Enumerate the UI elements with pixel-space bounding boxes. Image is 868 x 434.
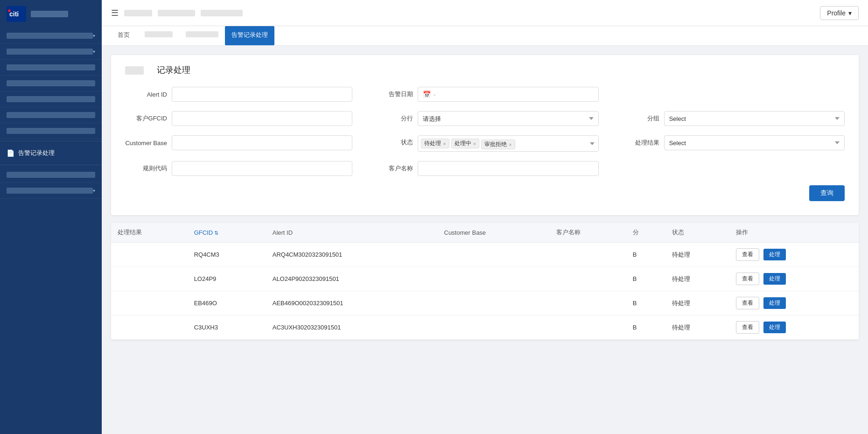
topbar-right: Profile ▾	[820, 6, 859, 20]
group-label: 分组	[617, 114, 659, 123]
cell-status: 待处理	[665, 267, 729, 291]
sidebar-label-blurred	[7, 49, 93, 55]
customer-name-input[interactable]	[418, 161, 598, 176]
breadcrumb: 首页 告警记录处理	[102, 26, 868, 46]
cell-action: 查看 处理	[729, 267, 859, 291]
alert-date-input[interactable]: 📅 -	[418, 87, 598, 102]
breadcrumb-blurred-2	[186, 31, 218, 37]
col-gfcid[interactable]: GFCID	[188, 223, 266, 243]
cell-gfcid: RQ4CM3	[188, 243, 266, 267]
hamburger-icon[interactable]: ☰	[111, 8, 119, 18]
topbar-nav-blurred-2	[158, 10, 195, 16]
gfcid-input[interactable]	[172, 111, 352, 126]
cell-branch: B	[626, 243, 665, 267]
main-area: ☰ Profile ▾ 首页 告警记录处理 告	[102, 0, 868, 434]
cell-process-result	[111, 315, 188, 340]
alert-id-label: Alert ID	[125, 91, 167, 98]
sidebar-item-3[interactable]	[0, 60, 102, 76]
sidebar-item-9[interactable]: ▾	[0, 183, 102, 199]
tag-pending-close[interactable]: ×	[443, 141, 446, 147]
sidebar-item-4[interactable]	[0, 76, 102, 91]
breadcrumb-current[interactable]: 告警记录处理	[225, 26, 274, 45]
cell-gfcid: C3UXH3	[188, 315, 266, 340]
process-result-select[interactable]: Select	[664, 135, 845, 150]
cell-customer-base	[438, 267, 550, 291]
sidebar-label-blurred	[7, 96, 95, 102]
form-group-branch: 分行 请选择	[371, 111, 598, 126]
cell-alert-id: AEB469O0020323091501	[266, 291, 438, 315]
sidebar-label-blurred	[7, 80, 95, 86]
tag-rejected-close[interactable]: ×	[509, 142, 511, 147]
cell-gfcid: EB469O	[188, 291, 266, 315]
cell-customer-name	[550, 243, 626, 267]
process-button-row2[interactable]: 处理	[763, 297, 786, 309]
alert-date-label: 告警日期	[371, 90, 413, 98]
col-status: 状态	[665, 223, 729, 243]
breadcrumb-3[interactable]	[179, 27, 225, 45]
group-select[interactable]: Select	[664, 111, 845, 126]
topbar-nav-blurred-3	[201, 10, 243, 16]
chevron-icon: ▾	[93, 49, 95, 54]
branch-select[interactable]: 请选择	[418, 111, 598, 126]
form-row-3: Customer Base 状态 待处理 × 处理中 ×	[125, 135, 845, 152]
status-select[interactable]: 待处理 × 处理中 × 审批拒绝 ×	[418, 135, 598, 152]
tag-processing-label: 处理中	[455, 140, 471, 147]
breadcrumb-home[interactable]: 首页	[111, 26, 136, 45]
alert-id-input[interactable]	[172, 87, 352, 102]
view-button-row0[interactable]: 查看	[736, 248, 759, 261]
cell-action: 查看 处理	[729, 315, 859, 340]
sidebar-item-5[interactable]	[0, 91, 102, 107]
sidebar-label-blurred	[7, 64, 95, 70]
form-row-1: Alert ID 告警日期 📅 -	[125, 87, 845, 102]
rule-code-input[interactable]	[172, 161, 352, 176]
sidebar-item-8[interactable]	[0, 167, 102, 183]
process-button-row1[interactable]: 处理	[763, 273, 786, 285]
view-button-row1[interactable]: 查看	[736, 273, 759, 285]
sidebar-item-7[interactable]	[0, 123, 102, 139]
cell-branch: B	[626, 291, 665, 315]
customer-base-input[interactable]	[172, 135, 352, 150]
calendar-icon: 📅	[423, 91, 431, 98]
col-customer-name: 客户名称	[550, 223, 626, 243]
cell-alert-id: AC3UXH3020323091501	[266, 315, 438, 340]
view-button-row3[interactable]: 查看	[736, 321, 759, 334]
sidebar-divider	[0, 141, 102, 141]
tag-pending[interactable]: 待处理 ×	[421, 139, 449, 148]
chevron-icon: ▾	[93, 33, 95, 38]
sidebar-item-2[interactable]: ▾	[0, 44, 102, 60]
process-button-row0[interactable]: 处理	[763, 249, 786, 260]
cell-customer-base	[438, 291, 550, 315]
cell-alert-id: ARQ4CM3020323091501	[266, 243, 438, 267]
cell-customer-base	[438, 243, 550, 267]
sidebar-item-1[interactable]: ▾	[0, 28, 102, 44]
tag-processing-close[interactable]: ×	[473, 141, 476, 147]
sidebar-label-blurred	[7, 188, 93, 194]
sidebar-header: citi	[0, 0, 102, 28]
breadcrumb-blurred-1	[145, 31, 173, 37]
breadcrumb-2[interactable]	[138, 27, 179, 45]
customer-name-label: 客户名称	[371, 164, 413, 173]
profile-button[interactable]: Profile ▾	[820, 6, 859, 20]
table-row: EB469O AEB469O0020323091501 B 待处理 查看 处理	[111, 291, 859, 315]
table-body: RQ4CM3 ARQ4CM3020323091501 B 待处理 查看 处理	[111, 243, 859, 340]
form-row-2: 客户GFCID 分行 请选择 分组 Select	[125, 111, 845, 126]
form-group-rule-code: 规则代码	[125, 161, 352, 176]
process-button-row3[interactable]: 处理	[763, 322, 786, 333]
gfcid-label: 客户GFCID	[125, 114, 167, 123]
col-customer-base: Customer Base	[438, 223, 550, 243]
cell-status: 待处理	[665, 243, 729, 267]
sidebar-item-alert-records[interactable]: 📄 告警记录处理	[0, 143, 102, 163]
tag-rejected[interactable]: 审批拒绝 ×	[481, 140, 515, 149]
table-header: 处理结果 GFCID Alert ID Customer Base 客户名称 分…	[111, 223, 859, 243]
cell-customer-name	[550, 267, 626, 291]
view-button-row2[interactable]: 查看	[736, 297, 759, 309]
form-row-4: 规则代码 客户名称	[125, 161, 845, 176]
form-group-alert-id: Alert ID	[125, 87, 352, 102]
query-button[interactable]: 查询	[809, 185, 845, 201]
process-result-label: 处理结果	[617, 139, 659, 147]
sidebar-item-6[interactable]	[0, 107, 102, 123]
cell-branch: B	[626, 315, 665, 340]
chevron-icon: ▾	[93, 188, 95, 193]
tag-processing[interactable]: 处理中 ×	[451, 139, 479, 148]
results-table-card: 处理结果 GFCID Alert ID Customer Base 客户名称 分…	[111, 223, 859, 340]
